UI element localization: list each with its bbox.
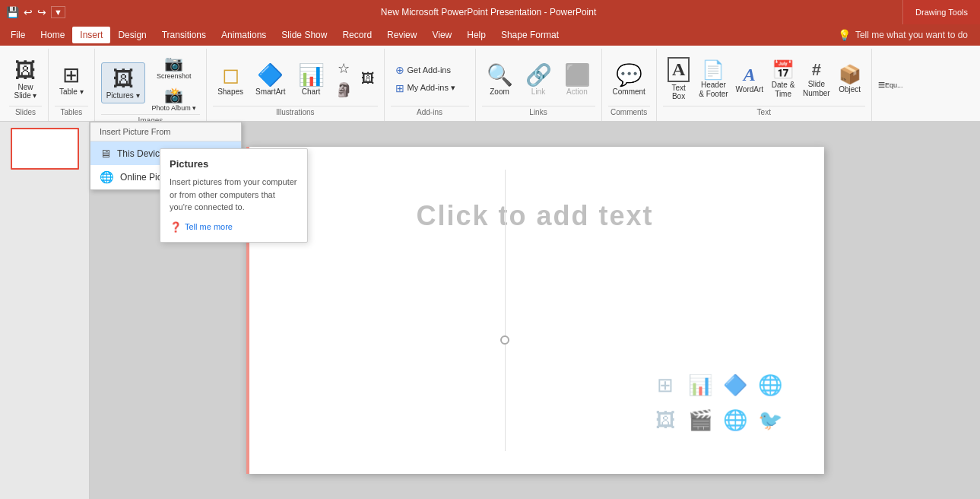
slide-thumbnail[interactable] bbox=[11, 128, 79, 170]
icon-smartart2[interactable]: 🔷 bbox=[719, 369, 751, 401]
shapes-button[interactable]: ◻ Shapes bbox=[213, 59, 248, 99]
text-box-button[interactable]: A Text Box bbox=[663, 54, 694, 103]
my-addins-button[interactable]: ⊞ My Add-ins ▾ bbox=[391, 80, 460, 97]
addins-group-label: Add-ins bbox=[391, 106, 469, 118]
save-icon[interactable]: 💾 bbox=[6, 6, 19, 18]
menu-shape-format[interactable]: Shape Format bbox=[493, 27, 566, 43]
wordart-button[interactable]: A WordArt bbox=[733, 62, 767, 97]
tables-group-label: Tables bbox=[55, 106, 88, 118]
get-addins-button[interactable]: ⊕ Get Add-ins bbox=[391, 62, 460, 78]
slide-dot bbox=[500, 335, 509, 345]
zoom-button[interactable]: 🔍 Zoom bbox=[482, 59, 518, 99]
icon-picture2[interactable]: 🖼 bbox=[649, 404, 681, 436]
date-time-icon: 📅 bbox=[772, 59, 794, 81]
quick-access-toolbar: 💾 ↩ ↪ ▼ bbox=[0, 6, 71, 18]
icon-chart2[interactable]: 📊 bbox=[684, 369, 716, 401]
new-slide-button[interactable]: 🖼 New Slide ▾ bbox=[9, 55, 41, 103]
chart-button[interactable]: 📊 Chart bbox=[293, 59, 329, 99]
shapes-icon: ◻ bbox=[222, 62, 239, 87]
ribbon-group-more: ≡ Equ... bbox=[872, 49, 909, 121]
comments-group-label: Comments bbox=[608, 106, 650, 118]
slides-group-label: Slides bbox=[9, 106, 42, 118]
slide-number-button[interactable]: # Slide Number bbox=[800, 57, 833, 100]
icons-icon: ☆ bbox=[338, 60, 350, 77]
zoom-icon: 🔍 bbox=[487, 62, 513, 87]
tooltip-title: Pictures bbox=[170, 158, 298, 170]
menu-file[interactable]: File bbox=[3, 27, 33, 43]
icon-web[interactable]: 🌐 bbox=[719, 404, 751, 436]
slide-placeholder: Click to add text bbox=[292, 200, 779, 232]
text-group-label: Text bbox=[663, 106, 865, 118]
dropdown-header: Insert Picture From bbox=[90, 122, 241, 141]
ribbon-group-links: 🔍 Zoom 🔗 Link ⬛ Action Links bbox=[476, 49, 602, 121]
table-button[interactable]: ⊞ Table ▾ bbox=[55, 59, 88, 99]
redo-icon[interactable]: ↪ bbox=[37, 6, 46, 18]
menu-transitions[interactable]: Transitions bbox=[154, 27, 214, 43]
menu-home[interactable]: Home bbox=[33, 27, 72, 43]
screenshot-button[interactable]: 📷 Screenshot bbox=[148, 52, 201, 82]
undo-icon[interactable]: ↩ bbox=[24, 6, 33, 18]
ribbon-group-tables: ⊞ Table ▾ Tables bbox=[49, 49, 95, 121]
smartart-button[interactable]: 🔷 SmartArt bbox=[251, 59, 290, 99]
3d-models-icon: 🗿 bbox=[335, 81, 352, 98]
menu-record[interactable]: Record bbox=[335, 27, 379, 43]
slide-canvas[interactable]: Click to add text ⊞ 📊 🔷 🌐 🖼 🎬 🌐 🐦 bbox=[246, 147, 824, 474]
action-icon: ⬛ bbox=[564, 62, 591, 87]
menu-design[interactable]: Design bbox=[110, 27, 154, 43]
customize-icon[interactable]: ▼ bbox=[51, 6, 65, 18]
tooltip-tell-me-more[interactable]: ❓ Tell me more bbox=[170, 221, 298, 233]
photo-album-button[interactable]: 📸 Photo Album ▾ bbox=[148, 84, 201, 114]
link-button[interactable]: 🔗 Link bbox=[521, 59, 557, 99]
date-time-button[interactable]: 📅 Date & Time bbox=[768, 56, 798, 101]
ribbon-group-slides: 🖼 New Slide ▾ Slides bbox=[3, 49, 49, 121]
header-footer-button[interactable]: 📄 Header & Footer bbox=[696, 56, 731, 101]
menu-animations[interactable]: Animations bbox=[214, 27, 274, 43]
chart-icon: 📊 bbox=[298, 62, 325, 87]
new-slide-icon: 🖼 bbox=[14, 58, 36, 83]
pictures-button[interactable]: 🖼 Pictures ▾ bbox=[101, 62, 145, 103]
comment-icon: 💬 bbox=[616, 62, 642, 87]
pictures-icon: 🖼 bbox=[113, 66, 134, 91]
search-text: Tell me what you want to do bbox=[855, 30, 968, 40]
3d-models-button[interactable]: 🗿 bbox=[332, 80, 355, 100]
search-bar[interactable]: 💡 Tell me what you want to do bbox=[826, 24, 980, 46]
new-slide-label: New bbox=[17, 83, 33, 91]
my-addins-icon: ⊞ bbox=[395, 82, 404, 94]
comment-button[interactable]: 💬 Comment bbox=[608, 59, 650, 99]
search-icon: 💡 bbox=[838, 29, 851, 41]
action-button[interactable]: ⬛ Action bbox=[560, 59, 595, 99]
smartart-icon: 🔷 bbox=[257, 62, 284, 87]
slide-divider bbox=[505, 170, 506, 451]
online-pictures-icon: 🌐 bbox=[100, 170, 114, 184]
illustrations-group-label: Illustrations bbox=[213, 106, 377, 118]
images-group-label: Images bbox=[101, 114, 200, 122]
ribbon-group-addins: ⊕ Get Add-ins ⊞ My Add-ins ▾ Add-ins bbox=[385, 49, 476, 121]
menu-items: File Home Insert Design Transitions Anim… bbox=[3, 27, 566, 43]
ribbon-buttons-slides: 🖼 New Slide ▾ bbox=[9, 52, 41, 106]
screenshot-icon: 📷 bbox=[164, 54, 183, 72]
object-icon: 📦 bbox=[839, 64, 861, 85]
link-icon: 🔗 bbox=[525, 62, 552, 87]
header-footer-icon: 📄 bbox=[702, 59, 725, 81]
online-pics-button[interactable]: 🖼 bbox=[358, 69, 378, 88]
icon-table[interactable]: ⊞ bbox=[649, 369, 681, 401]
get-addins-icon: ⊕ bbox=[395, 64, 404, 76]
links-group-label: Links bbox=[482, 106, 595, 118]
icon-extra[interactable]: 🐦 bbox=[754, 404, 786, 436]
menu-view[interactable]: View bbox=[424, 27, 459, 43]
menu-help[interactable]: Help bbox=[459, 27, 493, 43]
icon-online2[interactable]: 🌐 bbox=[754, 369, 786, 401]
text-box-icon: A bbox=[668, 57, 690, 82]
ribbon-group-text: A Text Box 📄 Header & Footer A WordArt 📅… bbox=[657, 49, 872, 121]
menu-review[interactable]: Review bbox=[379, 27, 424, 43]
equation-button[interactable]: ≡ Equ... bbox=[875, 75, 906, 95]
object-button[interactable]: 📦 Object bbox=[835, 61, 865, 97]
menu-insert[interactable]: Insert bbox=[72, 27, 110, 43]
slides-panel[interactable] bbox=[0, 122, 90, 499]
slide-number-icon: # bbox=[812, 60, 821, 80]
icons-button[interactable]: ☆ bbox=[332, 59, 355, 78]
icon-video[interactable]: 🎬 bbox=[684, 404, 716, 436]
tooltip-link-label: Tell me more bbox=[185, 222, 233, 231]
wordart-icon: A bbox=[744, 65, 756, 85]
menu-slideshow[interactable]: Slide Show bbox=[274, 27, 335, 43]
